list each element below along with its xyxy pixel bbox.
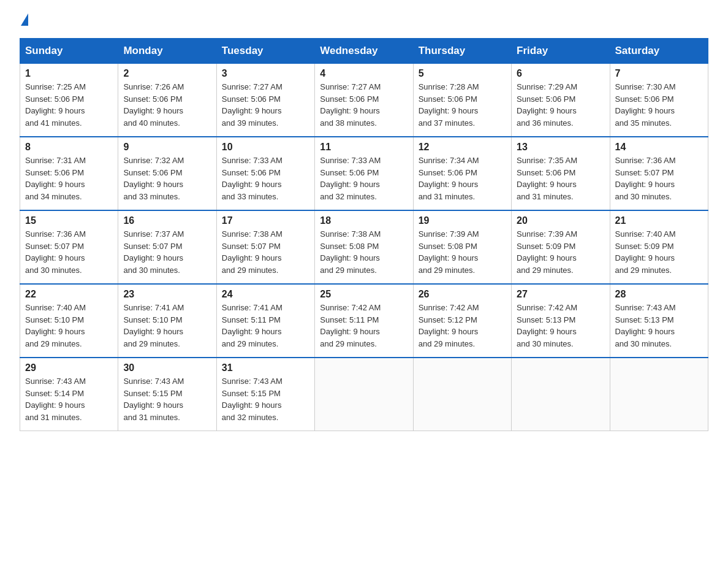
day-number: 15 xyxy=(25,215,113,226)
calendar-cell: 17Sunrise: 7:38 AMSunset: 5:07 PMDayligh… xyxy=(216,210,314,284)
day-number: 13 xyxy=(517,142,604,153)
day-info: Sunrise: 7:41 AMSunset: 5:10 PMDaylight:… xyxy=(123,302,211,350)
calendar-week-row: 22Sunrise: 7:40 AMSunset: 5:10 PMDayligh… xyxy=(20,284,708,358)
calendar-cell: 12Sunrise: 7:34 AMSunset: 5:06 PMDayligh… xyxy=(413,137,511,210)
calendar-cell xyxy=(610,358,708,431)
day-info: Sunrise: 7:31 AMSunset: 5:06 PMDaylight:… xyxy=(25,155,113,202)
calendar-cell: 21Sunrise: 7:40 AMSunset: 5:09 PMDayligh… xyxy=(610,210,708,284)
day-number: 16 xyxy=(123,215,211,226)
day-info: Sunrise: 7:27 AMSunset: 5:06 PMDaylight:… xyxy=(320,81,408,129)
day-number: 28 xyxy=(615,289,703,300)
day-info: Sunrise: 7:35 AMSunset: 5:06 PMDaylight:… xyxy=(517,155,604,202)
day-info: Sunrise: 7:32 AMSunset: 5:06 PMDaylight:… xyxy=(123,155,211,202)
day-number: 26 xyxy=(419,289,506,300)
day-number: 11 xyxy=(320,142,408,153)
day-info: Sunrise: 7:28 AMSunset: 5:06 PMDaylight:… xyxy=(419,81,506,129)
calendar-cell: 25Sunrise: 7:42 AMSunset: 5:11 PMDayligh… xyxy=(315,284,413,358)
day-info: Sunrise: 7:43 AMSunset: 5:15 PMDaylight:… xyxy=(123,375,211,423)
calendar-cell: 24Sunrise: 7:41 AMSunset: 5:11 PMDayligh… xyxy=(216,284,314,358)
calendar-cell xyxy=(413,358,511,431)
day-info: Sunrise: 7:40 AMSunset: 5:10 PMDaylight:… xyxy=(25,302,113,350)
calendar-table: SundayMondayTuesdayWednesdayThursdayFrid… xyxy=(20,38,708,431)
day-number: 3 xyxy=(222,68,309,79)
col-header-saturday: Saturday xyxy=(610,39,708,64)
col-header-friday: Friday xyxy=(512,39,610,64)
day-number: 1 xyxy=(25,68,113,79)
day-info: Sunrise: 7:37 AMSunset: 5:07 PMDaylight:… xyxy=(123,228,211,276)
day-number: 7 xyxy=(615,68,703,79)
day-info: Sunrise: 7:41 AMSunset: 5:11 PMDaylight:… xyxy=(222,302,309,350)
day-number: 23 xyxy=(123,289,211,300)
day-info: Sunrise: 7:43 AMSunset: 5:15 PMDaylight:… xyxy=(222,375,309,423)
day-info: Sunrise: 7:29 AMSunset: 5:06 PMDaylight:… xyxy=(517,81,604,129)
day-number: 5 xyxy=(419,68,506,79)
calendar-cell: 7Sunrise: 7:30 AMSunset: 5:06 PMDaylight… xyxy=(610,64,708,137)
col-header-monday: Monday xyxy=(118,39,216,64)
calendar-week-row: 29Sunrise: 7:43 AMSunset: 5:14 PMDayligh… xyxy=(20,358,708,431)
day-info: Sunrise: 7:27 AMSunset: 5:06 PMDaylight:… xyxy=(222,81,309,129)
calendar-cell: 15Sunrise: 7:36 AMSunset: 5:07 PMDayligh… xyxy=(20,210,118,284)
day-number: 30 xyxy=(123,362,211,373)
calendar-cell: 2Sunrise: 7:26 AMSunset: 5:06 PMDaylight… xyxy=(118,64,216,137)
calendar-cell: 23Sunrise: 7:41 AMSunset: 5:10 PMDayligh… xyxy=(118,284,216,358)
day-info: Sunrise: 7:39 AMSunset: 5:08 PMDaylight:… xyxy=(419,228,506,276)
calendar-cell xyxy=(315,358,413,431)
calendar-cell: 18Sunrise: 7:38 AMSunset: 5:08 PMDayligh… xyxy=(315,210,413,284)
col-header-sunday: Sunday xyxy=(20,39,118,64)
day-number: 8 xyxy=(25,142,113,153)
day-number: 25 xyxy=(320,289,408,300)
col-header-tuesday: Tuesday xyxy=(216,39,314,64)
calendar-week-row: 1Sunrise: 7:25 AMSunset: 5:06 PMDaylight… xyxy=(20,64,708,137)
calendar-cell: 22Sunrise: 7:40 AMSunset: 5:10 PMDayligh… xyxy=(20,284,118,358)
calendar-cell: 3Sunrise: 7:27 AMSunset: 5:06 PMDaylight… xyxy=(216,64,314,137)
calendar-cell: 19Sunrise: 7:39 AMSunset: 5:08 PMDayligh… xyxy=(413,210,511,284)
day-info: Sunrise: 7:43 AMSunset: 5:13 PMDaylight:… xyxy=(615,302,703,350)
day-number: 10 xyxy=(222,142,309,153)
day-info: Sunrise: 7:43 AMSunset: 5:14 PMDaylight:… xyxy=(25,375,113,423)
day-number: 14 xyxy=(615,142,703,153)
calendar-cell: 6Sunrise: 7:29 AMSunset: 5:06 PMDaylight… xyxy=(512,64,610,137)
day-number: 4 xyxy=(320,68,408,79)
calendar-cell: 5Sunrise: 7:28 AMSunset: 5:06 PMDaylight… xyxy=(413,64,511,137)
day-number: 22 xyxy=(25,289,113,300)
day-number: 12 xyxy=(419,142,506,153)
calendar-cell: 1Sunrise: 7:25 AMSunset: 5:06 PMDaylight… xyxy=(20,64,118,137)
calendar-cell: 4Sunrise: 7:27 AMSunset: 5:06 PMDaylight… xyxy=(315,64,413,137)
calendar-week-row: 15Sunrise: 7:36 AMSunset: 5:07 PMDayligh… xyxy=(20,210,708,284)
calendar-cell: 31Sunrise: 7:43 AMSunset: 5:15 PMDayligh… xyxy=(216,358,314,431)
calendar-cell: 13Sunrise: 7:35 AMSunset: 5:06 PMDayligh… xyxy=(512,137,610,210)
calendar-cell: 16Sunrise: 7:37 AMSunset: 5:07 PMDayligh… xyxy=(118,210,216,284)
day-number: 2 xyxy=(123,68,211,79)
calendar-cell: 26Sunrise: 7:42 AMSunset: 5:12 PMDayligh… xyxy=(413,284,511,358)
logo xyxy=(20,15,29,27)
day-info: Sunrise: 7:42 AMSunset: 5:11 PMDaylight:… xyxy=(320,302,408,350)
day-info: Sunrise: 7:38 AMSunset: 5:08 PMDaylight:… xyxy=(320,228,408,276)
calendar-cell: 10Sunrise: 7:33 AMSunset: 5:06 PMDayligh… xyxy=(216,137,314,210)
day-info: Sunrise: 7:26 AMSunset: 5:06 PMDaylight:… xyxy=(123,81,211,129)
calendar-cell: 29Sunrise: 7:43 AMSunset: 5:14 PMDayligh… xyxy=(20,358,118,431)
calendar-header-row: SundayMondayTuesdayWednesdayThursdayFrid… xyxy=(20,39,708,64)
day-info: Sunrise: 7:33 AMSunset: 5:06 PMDaylight:… xyxy=(222,155,309,202)
day-info: Sunrise: 7:40 AMSunset: 5:09 PMDaylight:… xyxy=(615,228,703,276)
day-info: Sunrise: 7:42 AMSunset: 5:13 PMDaylight:… xyxy=(517,302,604,350)
calendar-cell: 27Sunrise: 7:42 AMSunset: 5:13 PMDayligh… xyxy=(512,284,610,358)
calendar-week-row: 8Sunrise: 7:31 AMSunset: 5:06 PMDaylight… xyxy=(20,137,708,210)
day-info: Sunrise: 7:42 AMSunset: 5:12 PMDaylight:… xyxy=(419,302,506,350)
day-info: Sunrise: 7:36 AMSunset: 5:07 PMDaylight:… xyxy=(615,155,703,202)
day-number: 9 xyxy=(123,142,211,153)
day-info: Sunrise: 7:36 AMSunset: 5:07 PMDaylight:… xyxy=(25,228,113,276)
day-info: Sunrise: 7:30 AMSunset: 5:06 PMDaylight:… xyxy=(615,81,703,129)
calendar-cell: 28Sunrise: 7:43 AMSunset: 5:13 PMDayligh… xyxy=(610,284,708,358)
day-info: Sunrise: 7:39 AMSunset: 5:09 PMDaylight:… xyxy=(517,228,604,276)
calendar-cell: 30Sunrise: 7:43 AMSunset: 5:15 PMDayligh… xyxy=(118,358,216,431)
day-number: 6 xyxy=(517,68,604,79)
col-header-wednesday: Wednesday xyxy=(315,39,413,64)
calendar-cell: 20Sunrise: 7:39 AMSunset: 5:09 PMDayligh… xyxy=(512,210,610,284)
calendar-cell: 11Sunrise: 7:33 AMSunset: 5:06 PMDayligh… xyxy=(315,137,413,210)
day-number: 18 xyxy=(320,215,408,226)
day-number: 19 xyxy=(419,215,506,226)
day-number: 27 xyxy=(517,289,604,300)
day-info: Sunrise: 7:34 AMSunset: 5:06 PMDaylight:… xyxy=(419,155,506,202)
calendar-cell: 14Sunrise: 7:36 AMSunset: 5:07 PMDayligh… xyxy=(610,137,708,210)
day-info: Sunrise: 7:33 AMSunset: 5:06 PMDaylight:… xyxy=(320,155,408,202)
